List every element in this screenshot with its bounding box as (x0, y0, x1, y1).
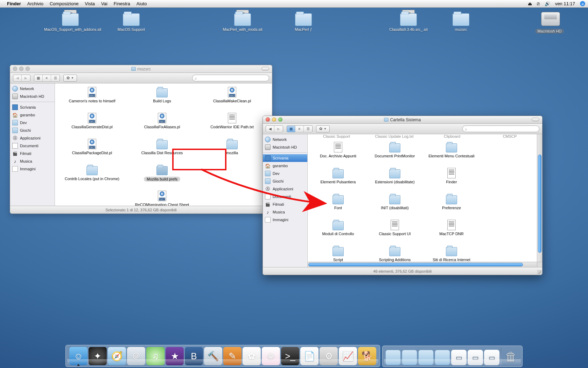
content-area[interactable]: Cameron's notes to himselfBuild LogsClas… (55, 83, 272, 206)
zoom-button[interactable] (26, 67, 30, 71)
menu-finestra[interactable]: Finestra (114, 1, 130, 6)
file-item[interactable]: Classic Update Log.txt (365, 134, 423, 141)
minimize-button[interactable] (272, 117, 276, 122)
dock-imovie[interactable]: ★ (166, 347, 184, 365)
menu-aiuto[interactable]: Aiuto (136, 1, 147, 6)
sidebar-item[interactable]: 🏠garambo (263, 162, 307, 170)
sidebar-item[interactable]: ♪Musica (263, 208, 307, 216)
view-list[interactable]: ≡ (43, 75, 51, 81)
forward-button[interactable]: ▶ (22, 75, 30, 81)
search-field[interactable]: ⌕ (192, 75, 269, 81)
file-item[interactable]: Estensioni (disabilitate) (366, 168, 423, 192)
file-item[interactable]: INIT (disabilitati) (366, 194, 423, 218)
spotlight-icon[interactable]: ⌕ (580, 1, 585, 6)
dock-ai[interactable]: ✎ (223, 347, 241, 365)
sidebar-item[interactable]: Macintosh HD (10, 93, 55, 100)
dock-trash[interactable]: 🗑 (503, 348, 519, 365)
file-item[interactable]: ReCOMtamination Cheat Sheet (127, 191, 197, 206)
sidebar-item[interactable]: Immagini (10, 165, 55, 173)
scroll-thumb[interactable] (538, 155, 541, 253)
file-item[interactable]: Finder (423, 168, 480, 192)
eject-icon[interactable]: ⏏ (528, 1, 532, 6)
action-menu[interactable]: ✿▼ (63, 75, 77, 82)
close-button[interactable] (13, 67, 17, 71)
file-item[interactable]: Clipboard (423, 134, 481, 141)
sidebar-item[interactable]: Network (263, 136, 307, 143)
sidebar-item[interactable]: Documenti (10, 142, 55, 150)
dock-doc1[interactable]: ▭ (451, 350, 467, 365)
sidebar-item[interactable]: Macintosh HD (263, 143, 307, 151)
view-list[interactable]: ≡ (295, 126, 304, 132)
sidebar-item[interactable]: Scrivania (263, 154, 307, 162)
sidebar-item[interactable]: ⒶApplicazioni (263, 185, 307, 193)
sidebar-item[interactable]: ♪Musica (10, 157, 55, 165)
file-item[interactable]: Cameron's notes to himself (57, 87, 127, 111)
file-item[interactable]: Moduli di Controllo (310, 220, 366, 244)
titlebar[interactable]: mozsrc (10, 65, 272, 73)
dock-ftp[interactable]: 🐕 (358, 347, 376, 365)
menu-vai[interactable]: Vai (101, 1, 107, 6)
file-item[interactable]: Mozilla build prefs (127, 165, 197, 189)
back-button[interactable]: ◀ (13, 75, 22, 81)
file-item[interactable]: Doc. Archivio Appunti (310, 142, 366, 166)
desktop-hd[interactable]: Macintosh HD (528, 12, 570, 34)
view-column[interactable]: ☰ (304, 126, 312, 132)
scroll-thumb[interactable] (308, 263, 523, 266)
dock-dashboard[interactable]: ✦ (89, 347, 107, 365)
desktop-item[interactable]: MacPerl ƒ (277, 11, 330, 32)
file-item[interactable]: Classilla Dist Resources (127, 139, 197, 163)
file-item[interactable]: ClassillaMakeClean.pl (197, 87, 267, 111)
desktop-item[interactable]: SITMacOS_Support_with_addons.sit (44, 11, 97, 32)
dock-safari[interactable]: 🧭 (108, 347, 126, 365)
file-item[interactable]: Classic Support (308, 134, 365, 141)
view-icon[interactable]: ▦ (287, 126, 295, 132)
file-item[interactable]: ClassillaGenerateDist.pl (57, 113, 127, 137)
dock-ps[interactable]: ✿ (243, 347, 261, 365)
file-item[interactable]: ClassillaPackageDist.pl (57, 139, 127, 163)
dock-folder2[interactable] (402, 350, 417, 365)
volume-icon[interactable]: 🔊 (545, 1, 550, 6)
sidebar-item[interactable]: Giochi (10, 127, 55, 134)
dock-codewarrior[interactable]: B (185, 347, 203, 365)
sidebar-item[interactable]: 🎬Filmati (10, 150, 55, 157)
sidebar-item[interactable]: Dev (263, 170, 307, 177)
file-item[interactable]: MacTCP DNR (423, 220, 480, 244)
file-item[interactable]: Classic Support UI (366, 220, 423, 244)
zoom-button[interactable] (278, 117, 282, 122)
search-input[interactable] (469, 127, 537, 131)
toolbar-toggle[interactable] (261, 67, 269, 70)
dock-activity[interactable]: 📈 (339, 347, 357, 365)
titlebar[interactable]: Cartella Sistema (263, 116, 542, 124)
sidebar-item[interactable]: Dev (10, 119, 55, 127)
dock-folder4[interactable] (435, 350, 450, 365)
dock-doc2[interactable]: ▭ (468, 350, 483, 365)
dock-flower[interactable]: ❁ (262, 347, 280, 365)
sidebar-item[interactable]: Scrivania (10, 103, 55, 111)
dock-prefs[interactable]: ⚙ (320, 347, 338, 365)
sidebar-item[interactable]: Network (10, 85, 55, 93)
file-item[interactable]: Preferenze (423, 194, 480, 218)
menu-composizione[interactable]: Composizione (50, 1, 78, 6)
dock-folder3[interactable] (418, 350, 434, 365)
sidebar-item[interactable]: Documenti (263, 193, 307, 200)
view-column[interactable]: ☰ (51, 75, 59, 81)
content-area[interactable]: Classic SupportClassic Update Log.txtCli… (308, 134, 542, 267)
search-input[interactable] (198, 76, 267, 80)
resize-grip[interactable] (537, 262, 542, 267)
minimize-button[interactable] (19, 67, 23, 71)
sidebar-item[interactable]: ⒶApplicazioni (10, 134, 55, 142)
window-mozsrc[interactable]: mozsrc ◀ ▶ ▦ ≡ ☰ ✿▼ ⌕ NetworkMacintosh H… (10, 65, 272, 214)
dock-textedit[interactable]: 📄 (300, 347, 318, 365)
desktop-item[interactable]: SITMacPerl_with_mods.sit (216, 11, 269, 32)
file-item[interactable]: CodeWarrior IDE Path.txt (197, 113, 267, 137)
dock-mail[interactable]: ＠ (127, 347, 145, 365)
file-item[interactable]: Contrib Locales (put in Chrome) (57, 165, 127, 189)
file-item[interactable]: Font (310, 194, 366, 218)
desktop-item[interactable]: SITClassilla9.3.4b.src_.sit (382, 11, 435, 32)
desktop-item[interactable]: mozsrc (435, 11, 487, 32)
dock-itunes[interactable]: ♫ (146, 347, 164, 365)
dock-xcode[interactable]: 🔨 (204, 347, 222, 365)
menu-archivio[interactable]: Archivio (27, 1, 43, 6)
menu-vista[interactable]: Vista (85, 1, 95, 6)
toolbar-toggle[interactable] (532, 118, 539, 121)
